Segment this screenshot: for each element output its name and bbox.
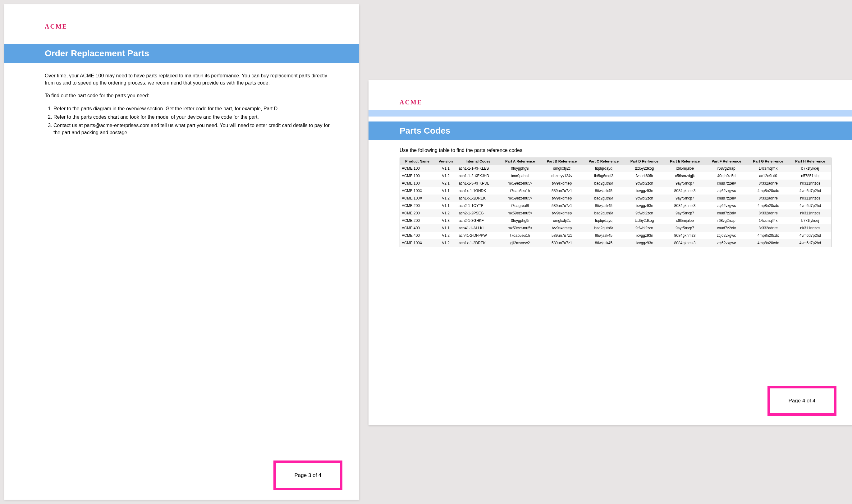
section-title-bar: Parts Codes [368,122,852,140]
table-cell: ACME 100X [400,195,435,202]
table-cell: ach2-1-3GHKF [457,217,499,224]
table-cell: 14csmqlf4x [747,217,789,224]
table-cell: 589un7u7z1 [541,202,583,210]
table-cell: r68vg2rrap [706,217,747,224]
table-cell: 8r332adnre [747,210,789,217]
table-cell: 4mp8n20cdx [747,239,789,247]
table-row: ACME 200V1.1ach2-1-1OYTFt7oagrea8l589un7… [400,202,832,210]
table-cell: fh6kg6mqi3 [583,172,624,180]
table-row: ACME 100V2.1ach1-1-3-XFKPDLmx59ezt-mu5>t… [400,180,832,187]
table-cell: ACME 400 [400,232,435,239]
page-number: Page 4 of 4 [788,398,816,403]
table-cell: ach1-1-1-XFKLES [457,165,499,172]
table-cell: x6l5mjuloe [664,217,706,224]
table-cell: 4mp8n20cdx [747,202,789,210]
page-4-body: Use the following table to find the part… [368,140,852,247]
table-cell: ach1x-1-2DREK [457,239,499,247]
decorative-blue-strip [368,110,852,116]
table-cell: 4vm6d7p2hd [789,202,832,210]
table-cell: ACME 200 [400,210,435,217]
step-item: Refer to the parts codes chart and look … [53,113,331,121]
document-page-3: ACME Order Replacement Parts Over time, … [4,4,359,500]
step-item: Refer to the parts diagram in the overvi… [53,105,331,112]
table-cell: V1.1 [435,165,457,172]
table-cell: mx59ezt-mu5> [499,224,541,232]
table-cell: tzd5y2dkog [624,217,664,224]
table-cell: ACME 200 [400,217,435,224]
table-cell: 8r332adnre [747,195,789,202]
table-cell: 8tiwjask45 [583,239,624,247]
intro-paragraph-1: Over time, your ACME 100 may need to hav… [45,72,331,86]
column-header: Internal Codes [457,158,499,165]
table-cell: 4vm6d7p2hd [789,187,832,195]
step-item: Contact us at parts@acme-enterprises.com… [53,122,331,136]
column-header: Part B Refer-ence [541,158,583,165]
table-row: ACME 200V1.3ach2-1-3GHKF0fuygphg9iomgkxf… [400,217,832,224]
table-cell: nk311nnzos [789,195,832,202]
table-cell: 8084gkhmz3 [664,232,706,239]
section-title-bar: Order Replacement Parts [4,44,359,63]
table-cell: 8tiwjask45 [583,202,624,210]
table-header-row: Product NameVer-sionInternal CodesPart A… [400,158,832,165]
section-title: Parts Codes [400,126,450,136]
table-cell: ACME 100 [400,180,435,187]
table-row: ACME 100V1.1ach1-1-1-XFKLES0fuygphg9iomg… [400,165,832,172]
table-cell: bao2gutn6r [583,224,624,232]
table-cell: cnud7z2elv [706,224,747,232]
table-cell: n57851hibj [789,172,832,180]
table-cell: ACME 400 [400,224,435,232]
table-row: ACME 200V1.2ach2-1-2PSEGmx59ezt-mu5>tvv9… [400,210,832,217]
table-cell: V1.2 [435,232,457,239]
table-cell: 4vm6d7p2hd [789,239,832,247]
table-cell: dbzmyy134v [541,172,583,180]
table-cell: V2.1 [435,180,457,187]
table-cell: ACME 100 [400,172,435,180]
table-cell: 8084gkhmz3 [664,202,706,210]
table-cell: 9tfwbl2zcn [624,195,664,202]
section-title: Order Replacement Parts [45,49,149,58]
lead-paragraph: Use the following table to find the part… [400,148,841,153]
column-header: Part F Ref-erence [706,158,747,165]
table-cell: 0fuygphg9i [499,217,541,224]
table-cell: zcj62vxgwc [706,187,747,195]
table-cell: ACME 100X [400,187,435,195]
table-cell: 14csmqlf4x [747,165,789,172]
table-cell: 9ayr5rncp7 [664,224,706,232]
table-cell: mx59ezt-mu5> [499,195,541,202]
table-cell: t7oagrea8l [499,202,541,210]
table-cell: bao2gutn6r [583,210,624,217]
table-cell: x6l5mjuloe [664,165,706,172]
table-cell: bao2gutn6r [583,195,624,202]
table-row: ACME 400V1.1ach41-1-ALLKImx59ezt-mu5>tvv… [400,224,832,232]
page-number-box: Page 3 of 4 [266,461,350,490]
table-cell: ach1-1-2-XFKJHD [457,172,499,180]
table-row: ACME 100XV1.2ach1x-1-2DREKgjl2msvew2589u… [400,239,832,247]
table-cell: licvggz93n [624,202,664,210]
table-cell: 4vm6d7p2hd [789,232,832,239]
table-cell: zcj62vxgwc [706,239,747,247]
table-cell: licvggz93n [624,239,664,247]
table-cell: nk311nnzos [789,210,832,217]
table-cell: ach41-2-DFPPW [457,232,499,239]
table-cell: nk311nnzos [789,224,832,232]
table-cell: 9tfwbl2zcn [624,180,664,187]
brand-logo: ACME [400,99,422,106]
table-cell: V1.1 [435,224,457,232]
table-cell: ACME 200 [400,202,435,210]
column-header: Part H Refer-ence [789,158,832,165]
table-cell: b7k1tykqej [789,165,832,172]
table-cell: 40qth0zi5d [706,172,747,180]
table-cell: tvv9sxqmep [541,210,583,217]
table-cell: 8084gkhmz3 [664,239,706,247]
table-cell: 9ayr5rncp7 [664,195,706,202]
table-cell: ACME 100 [400,165,435,172]
table-cell: 8r332adnre [747,180,789,187]
table-cell: ach41-1-ALLKI [457,224,499,232]
table-cell: licvggz93n [624,187,664,195]
table-cell: c56smzdgjk [664,172,706,180]
table-cell: fiqdqrdayq [583,217,624,224]
table-cell: V1.2 [435,239,457,247]
column-header: Part A Refer-ence [499,158,541,165]
table-row: ACME 100XV1.2ach1x-1-2DREKmx59ezt-mu5>tv… [400,195,832,202]
table-cell: V1.2 [435,210,457,217]
